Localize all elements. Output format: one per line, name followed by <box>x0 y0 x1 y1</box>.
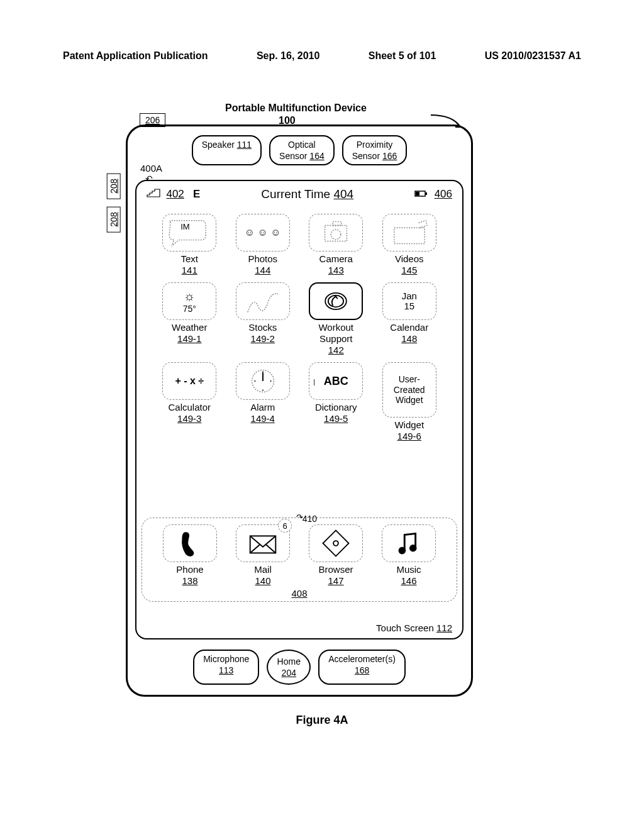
app-stocks[interactable]: Stocks149-2 <box>229 282 297 356</box>
proximity-sensor: Proximity Sensor 166 <box>342 135 408 165</box>
ref-208-top: 208 <box>107 173 121 199</box>
svg-rect-16 <box>323 530 348 556</box>
music-icon <box>382 524 436 562</box>
svg-point-18 <box>399 547 406 555</box>
alarm-label: Alarm149-4 <box>250 402 275 424</box>
weather-label: Weather149-1 <box>172 322 207 345</box>
dock-ref: 408 <box>156 588 443 599</box>
battery-ref: 406 <box>435 188 452 200</box>
ref-208-bottom: 208 <box>107 206 121 232</box>
app-music[interactable]: Music146 <box>375 524 443 587</box>
accel-label: Accelerometer(s) <box>328 654 396 664</box>
signal-icon <box>147 188 160 201</box>
app-videos[interactable]: Videos145 <box>375 214 444 276</box>
app-text[interactable]: IM Text141 <box>155 214 224 276</box>
svg-rect-1 <box>416 192 419 196</box>
music-label: Music146 <box>396 564 421 587</box>
widget-label: Widget149-6 <box>394 419 424 442</box>
browser-icon <box>309 524 363 562</box>
mail-icon: 6 ↷ 410 <box>236 524 290 562</box>
header-date: Sep. 16, 2010 <box>257 50 320 62</box>
status-left: 402 E <box>147 188 200 201</box>
text-label: Text141 <box>180 253 198 276</box>
app-workout[interactable]: Workout Support142 <box>302 282 370 356</box>
sensor-row: Speaker 111 Optical Sensor 164 Proximity… <box>128 135 471 165</box>
device-body: Speaker 111 Optical Sensor 164 Proximity… <box>126 124 473 697</box>
microphone: Microphone 113 <box>193 650 259 685</box>
calc-symbols: + - x ÷ <box>175 375 204 387</box>
e-label: E <box>193 188 200 200</box>
svg-rect-4 <box>333 222 341 226</box>
workout-label: Workout Support142 <box>302 322 370 356</box>
dictionary-icon: ABC | <box>309 362 363 400</box>
ref-400A: 400A <box>140 163 162 174</box>
app-alarm[interactable]: Alarm149-4 <box>229 362 297 442</box>
app-mail[interactable]: 6 ↷ 410 Mail140 <box>229 524 297 587</box>
alarm-icon <box>236 362 290 400</box>
optical-ref: 164 <box>309 151 324 161</box>
bottom-sensor-row: Microphone 113 Home 204 Accelerometer(s)… <box>128 650 471 685</box>
app-calendar[interactable]: Jan 15 Calendar148 <box>375 282 444 356</box>
calendar-icon: Jan 15 <box>382 282 436 320</box>
text-icon: IM <box>162 214 216 252</box>
proximity-ref: 166 <box>382 151 397 161</box>
status-bar: 402 E Current Time 404 406 <box>142 186 457 202</box>
calculator-label: Calculator149-3 <box>168 402 211 424</box>
time-ref: 404 <box>333 187 353 201</box>
dict-text: ABC <box>324 375 348 388</box>
optical-label1: Optical <box>288 140 316 150</box>
microphone-ref: 113 <box>219 665 233 675</box>
svg-point-5 <box>331 230 341 239</box>
touch-screen-label: Touch Screen 112 <box>376 622 452 633</box>
phone-label: Phone138 <box>176 564 203 587</box>
svg-point-17 <box>333 541 338 546</box>
app-dictionary[interactable]: ABC | Dictionary149-5 <box>302 362 370 442</box>
accelerometer: Accelerometer(s) 168 <box>318 650 406 685</box>
app-widget[interactable]: User-Created Widget Widget149-6 <box>375 362 444 442</box>
app-photos[interactable]: ☺ ☺ ☺ Photos144 <box>229 214 297 276</box>
svg-point-13 <box>262 390 264 391</box>
weather-temp: 75° <box>183 304 196 314</box>
calculator-icon: + - x ÷ <box>162 362 216 400</box>
device-title: Portable Multifunction Device <box>225 102 367 114</box>
weather-icon: ☼ 75° <box>162 282 216 320</box>
page-header: Patent Application Publication Sep. 16, … <box>0 50 644 62</box>
speaker-ref: 111 <box>237 140 252 150</box>
microphone-label: Microphone <box>203 654 249 664</box>
touch-screen[interactable]: 402 E Current Time 404 406 IM <box>135 180 464 639</box>
photos-icon: ☺ ☺ ☺ <box>236 214 290 252</box>
app-camera[interactable]: Camera143 <box>302 214 370 276</box>
widget-icon: User-Created Widget <box>382 362 436 418</box>
status-center: Current Time 404 <box>261 187 353 201</box>
icon-grid: IM Text141 ☺ ☺ ☺ Photos144 Camera143 <box>142 214 457 442</box>
phone-icon <box>163 524 217 562</box>
home-button[interactable]: Home 204 <box>267 650 311 685</box>
svg-point-12 <box>270 380 271 382</box>
svg-point-14 <box>254 380 255 382</box>
widget-text: User-Created Widget <box>386 374 433 406</box>
svg-point-19 <box>409 545 417 552</box>
svg-rect-3 <box>325 225 347 241</box>
optical-label2: Sensor <box>279 151 307 161</box>
workout-icon <box>309 282 363 320</box>
header-pubno: US 2010/0231537 A1 <box>485 50 581 62</box>
app-browser[interactable]: Browser147 <box>302 524 370 587</box>
stocks-label: Stocks149-2 <box>248 322 277 345</box>
accel-ref: 168 <box>355 665 369 675</box>
app-phone[interactable]: Phone138 <box>156 524 224 587</box>
time-label: Current Time <box>261 187 330 201</box>
svg-rect-6 <box>394 228 425 243</box>
videos-label: Videos145 <box>395 253 424 276</box>
badge-ref: 410 <box>303 514 317 524</box>
home-label: Home <box>277 656 301 667</box>
proximity-label1: Proximity <box>357 140 393 150</box>
speaker-sensor: Speaker 111 <box>192 135 262 165</box>
calendar-label: Calendar148 <box>390 322 428 345</box>
videos-icon <box>382 214 436 252</box>
app-weather[interactable]: ☼ 75° Weather149-1 <box>155 282 224 356</box>
header-left: Patent Application Publication <box>63 50 208 62</box>
app-calculator[interactable]: + - x ÷ Calculator149-3 <box>155 362 224 442</box>
camera-label: Camera143 <box>319 253 353 276</box>
header-sheet: Sheet 5 of 101 <box>369 50 436 62</box>
browser-label: Browser147 <box>318 564 353 587</box>
